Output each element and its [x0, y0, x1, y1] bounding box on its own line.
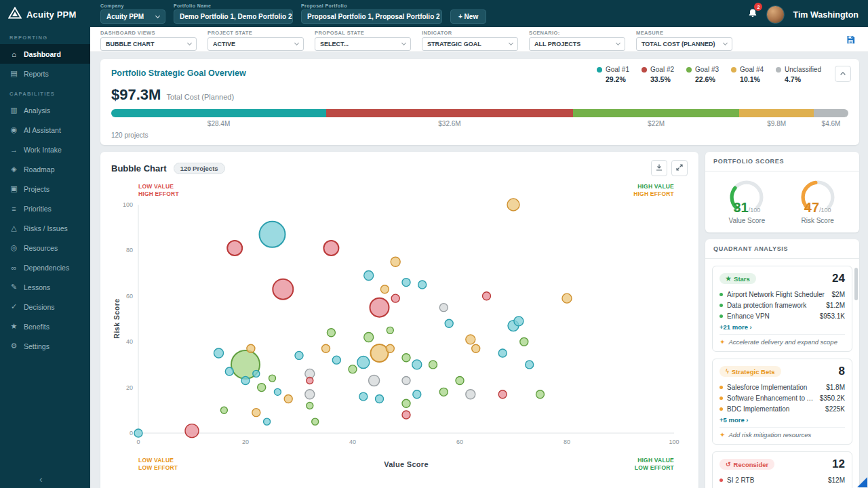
- filter-select-scenario[interactable]: ALL PROJECTS: [529, 37, 625, 51]
- bubble[interactable]: [264, 418, 271, 425]
- bubble[interactable]: [359, 392, 368, 401]
- bubble[interactable]: [274, 388, 281, 395]
- bubble[interactable]: [402, 354, 410, 362]
- bubble[interactable]: [307, 378, 313, 384]
- bubble[interactable]: [364, 271, 374, 281]
- new-button[interactable]: + New: [450, 9, 486, 24]
- bubble[interactable]: [412, 360, 422, 369]
- bubble[interactable]: [402, 279, 410, 287]
- bubble[interactable]: [252, 409, 260, 417]
- sidebar-item-settings[interactable]: ⚙Settings: [0, 336, 90, 356]
- bubble[interactable]: [253, 370, 260, 377]
- bubble[interactable]: [472, 344, 480, 352]
- sidebar-item-resources[interactable]: ◎Resources: [0, 238, 90, 258]
- corner-widget-triangle[interactable]: [857, 477, 867, 487]
- quadrant-more-link[interactable]: +5 more ›: [719, 416, 845, 424]
- proposal-portfolio-select-box[interactable]: Proposal Portfolio 1, Proposal Portfolio…: [301, 9, 442, 24]
- bubble[interactable]: [391, 257, 400, 266]
- save-view-button[interactable]: [843, 32, 859, 49]
- bubble[interactable]: [402, 377, 410, 385]
- sidebar-item-ai-assistant[interactable]: ◉AI Assistant: [0, 120, 90, 140]
- notifications-button[interactable]: 2: [747, 7, 758, 22]
- quadrant-project-row[interactable]: Enhance VPN$953.1K: [719, 310, 845, 321]
- bubble[interactable]: [456, 377, 464, 385]
- sidebar-item-dependencies[interactable]: ∞Dependencies: [0, 258, 90, 277]
- quadrant-project-row[interactable]: Data protection framework$1.2M: [719, 300, 845, 310]
- quadrant-badge[interactable]: ★Stars: [719, 273, 756, 284]
- bubble[interactable]: [241, 377, 250, 385]
- avatar[interactable]: [766, 5, 785, 24]
- bubble[interactable]: [402, 411, 410, 419]
- bubble[interactable]: [371, 344, 389, 362]
- bubble[interactable]: [134, 429, 142, 437]
- bubble[interactable]: [507, 199, 519, 211]
- bubble[interactable]: [269, 375, 276, 382]
- bubble[interactable]: [439, 304, 448, 312]
- filter-select-indicator[interactable]: STRATEGIC GOAL: [422, 37, 518, 51]
- portfolio-select-box[interactable]: Demo Portfolio 1, Demo Portfolio 2: [174, 9, 293, 24]
- sidebar-item-projects[interactable]: ▣Projects: [0, 179, 90, 199]
- bubble[interactable]: [214, 348, 224, 358]
- bubble[interactable]: [483, 292, 491, 300]
- bubble[interactable]: [498, 349, 507, 357]
- sidebar-item-analysis[interactable]: ▥Analysis: [0, 100, 90, 120]
- bubble[interactable]: [376, 395, 384, 403]
- bubble[interactable]: [185, 424, 199, 438]
- quadrant-project-row[interactable]: BDC Implementation$225K: [719, 403, 845, 414]
- bubble[interactable]: [466, 390, 475, 399]
- bubble[interactable]: [562, 293, 572, 303]
- bubble[interactable]: [295, 352, 303, 360]
- bubble[interactable]: [247, 344, 255, 352]
- filter-select-proposal-state[interactable]: SELECT...: [315, 37, 411, 51]
- download-chart-button[interactable]: [651, 160, 667, 176]
- bubble[interactable]: [284, 395, 292, 403]
- quadrant-scrollbar[interactable]: [854, 268, 858, 300]
- sidebar-item-priorities[interactable]: ≡Priorities: [0, 199, 90, 218]
- bubble[interactable]: [307, 403, 313, 409]
- bubble[interactable]: [332, 356, 340, 364]
- bubble[interactable]: [413, 390, 421, 399]
- quadrant-project-row[interactable]: SI 2 RTB$12M: [719, 474, 845, 485]
- bubble[interactable]: [305, 390, 315, 399]
- filter-select-dashboard-views[interactable]: BUBBLE CHART: [100, 37, 197, 51]
- bubble[interactable]: [273, 279, 293, 300]
- sidebar-collapse-button[interactable]: ‹: [34, 472, 48, 486]
- quadrant-badge[interactable]: ↺Reconsider: [719, 459, 774, 470]
- bubble[interactable]: [514, 317, 524, 326]
- quadrant-project-row[interactable]: Salesforce Implementation$1.8M: [719, 382, 845, 392]
- expand-chart-button[interactable]: [671, 160, 688, 176]
- bubble[interactable]: [439, 388, 448, 396]
- bubble[interactable]: [466, 335, 475, 344]
- filter-select-measure[interactable]: TOTAL COST (PLANNED): [636, 37, 732, 51]
- bubble[interactable]: [380, 285, 389, 293]
- bubble[interactable]: [520, 338, 528, 346]
- sidebar-item-risks-issues[interactable]: △Risks / Issues: [0, 218, 90, 238]
- bubble[interactable]: [349, 365, 357, 373]
- bubble[interactable]: [225, 367, 233, 375]
- bubble[interactable]: [220, 407, 227, 413]
- sidebar-item-lessons[interactable]: ✎Lessons: [0, 277, 90, 297]
- bubble[interactable]: [369, 375, 380, 386]
- bubble[interactable]: [418, 281, 427, 289]
- bubble[interactable]: [322, 344, 330, 352]
- bubble[interactable]: [260, 222, 285, 247]
- bubble[interactable]: [526, 361, 534, 369]
- bubble[interactable]: [387, 327, 393, 333]
- overview-collapse-button[interactable]: [835, 66, 851, 82]
- bubble[interactable]: [227, 241, 242, 256]
- bubble[interactable]: [445, 319, 453, 327]
- bubble[interactable]: [357, 357, 370, 369]
- sidebar-item-roadmap[interactable]: ◈Roadmap: [0, 159, 90, 179]
- bubble[interactable]: [386, 344, 394, 352]
- filter-select-project-state[interactable]: ACTIVE: [208, 37, 304, 51]
- bubble[interactable]: [429, 361, 437, 369]
- bubble[interactable]: [370, 298, 389, 317]
- company-select-box[interactable]: Acuity PPM: [100, 9, 165, 24]
- bubble[interactable]: [323, 241, 338, 256]
- quadrant-project-row[interactable]: Airport Network Flight Scheduler$2M: [719, 289, 845, 300]
- sidebar-item-decisions[interactable]: ✓Decisions: [0, 297, 90, 317]
- bubble[interactable]: [498, 390, 507, 399]
- bubble[interactable]: [536, 390, 545, 399]
- sidebar-item-dashboard[interactable]: ⌂Dashboard: [0, 44, 90, 64]
- quadrant-project-row[interactable]: Relocate HQ$10M: [719, 485, 845, 488]
